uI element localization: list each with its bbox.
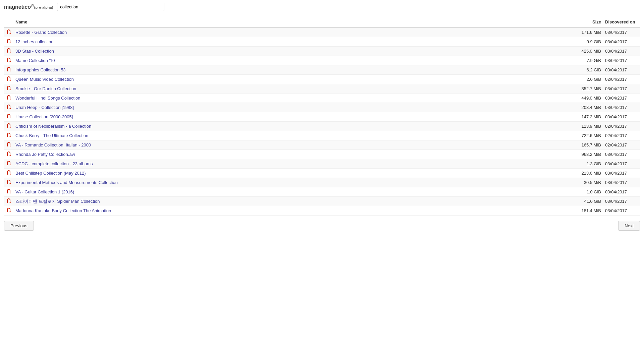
result-name-cell[interactable]: ACDC - complete collection - 23 albums bbox=[13, 159, 566, 169]
result-size-cell: 113.9 MiB bbox=[566, 122, 603, 131]
svg-rect-12 bbox=[7, 88, 8, 89]
result-name-cell[interactable]: Uriah Heep - Collection [1988] bbox=[13, 103, 566, 112]
result-size-cell: 722.6 MiB bbox=[566, 131, 603, 140]
svg-rect-9 bbox=[10, 69, 10, 71]
table-row: 12 inches collection9.9 GiB03/04/2017 bbox=[4, 37, 640, 47]
result-link[interactable]: Mame Collection '10 bbox=[15, 58, 55, 63]
result-link[interactable]: Madonna Kanjuku Body Collection The Anim… bbox=[15, 208, 111, 213]
table-row: Uriah Heep - Collection [1988]208.4 MiB0… bbox=[4, 103, 640, 112]
result-name-cell[interactable]: Mame Collection '10 bbox=[13, 56, 566, 65]
result-date-cell: 03/04/2017 bbox=[603, 47, 640, 56]
magnet-icon bbox=[6, 207, 11, 213]
result-link[interactable]: ACDC - complete collection - 23 albums bbox=[15, 161, 93, 166]
result-name-cell[interactable]: Infographics Collection 53 bbox=[13, 65, 566, 75]
result-link[interactable]: Criticism of Neoliberalism - a Collectio… bbox=[15, 124, 91, 129]
result-date-cell: 03/04/2017 bbox=[603, 206, 640, 216]
torrent-icon-cell bbox=[4, 159, 13, 169]
svg-rect-2 bbox=[7, 41, 8, 43]
svg-rect-1 bbox=[10, 32, 10, 33]
result-link[interactable]: 12 inches collection bbox=[15, 39, 53, 44]
result-link[interactable]: 스파이더맨 트릴로지 Spider Man Collection bbox=[15, 199, 100, 204]
torrent-icon-cell bbox=[4, 112, 13, 122]
result-name-cell[interactable]: House Collection [2000-2005] bbox=[13, 112, 566, 122]
svg-rect-35 bbox=[10, 191, 10, 193]
result-date-cell: 03/04/2017 bbox=[603, 56, 640, 65]
result-size-cell: 2.0 GiB bbox=[566, 75, 603, 84]
result-link[interactable]: Experimental Methods and Measurements Co… bbox=[15, 180, 118, 185]
result-date-cell: 03/04/2017 bbox=[603, 84, 640, 94]
magnet-icon bbox=[6, 85, 11, 91]
result-name-cell[interactable]: Experimental Methods and Measurements Co… bbox=[13, 178, 566, 187]
result-name-cell[interactable]: 3D Stas - Collection bbox=[13, 47, 566, 56]
result-name-cell[interactable]: Madonna Kanjuku Body Collection The Anim… bbox=[13, 206, 566, 216]
result-link[interactable]: Wonderful Hindi Songs Collection bbox=[15, 96, 80, 101]
result-size-cell: 9.9 GiB bbox=[566, 37, 603, 47]
result-name-cell[interactable]: Smokie - Our Danish Collection bbox=[13, 84, 566, 94]
result-link[interactable]: Chuck Berry - The Ultimate Collection bbox=[15, 133, 88, 138]
svg-rect-16 bbox=[7, 107, 8, 108]
previous-button[interactable]: Previous bbox=[4, 221, 34, 231]
table-row: Smokie - Our Danish Collection352.7 MiB0… bbox=[4, 84, 640, 94]
table-body: Roxette - Grand Collection171.6 MiB03/04… bbox=[4, 27, 640, 216]
magnet-icon bbox=[6, 76, 11, 81]
torrent-icon-cell bbox=[4, 131, 13, 140]
result-link[interactable]: Rhonda Jo Petty Collection.avi bbox=[15, 152, 75, 157]
magnet-icon bbox=[6, 95, 11, 100]
result-name-cell[interactable]: Chuck Berry - The Ultimate Collection bbox=[13, 131, 566, 140]
result-link[interactable]: Infographics Collection 53 bbox=[15, 67, 66, 72]
search-input[interactable] bbox=[57, 3, 164, 11]
magnet-icon bbox=[6, 179, 11, 185]
svg-rect-24 bbox=[7, 144, 8, 146]
svg-rect-3 bbox=[10, 41, 10, 43]
result-date-cell: 02/04/2017 bbox=[603, 122, 640, 131]
result-size-cell: 208.4 MiB bbox=[566, 103, 603, 112]
svg-rect-4 bbox=[7, 51, 8, 52]
torrent-icon-cell bbox=[4, 187, 13, 197]
result-link[interactable]: House Collection [2000-2005] bbox=[15, 114, 73, 119]
date-col-header: Discovered on bbox=[603, 17, 640, 27]
result-name-cell[interactable]: 스파이더맨 트릴로지 Spider Man Collection bbox=[13, 197, 566, 206]
pagination: Previous Next bbox=[4, 217, 640, 235]
torrent-icon-cell bbox=[4, 84, 13, 94]
result-date-cell: 03/04/2017 bbox=[603, 169, 640, 178]
name-col-header: Name bbox=[13, 17, 566, 27]
result-name-cell[interactable]: Wonderful Hindi Songs Collection bbox=[13, 94, 566, 103]
result-name-cell[interactable]: Roxette - Grand Collection bbox=[13, 27, 566, 37]
magnet-icon bbox=[6, 142, 11, 147]
result-name-cell[interactable]: 12 inches collection bbox=[13, 37, 566, 47]
svg-rect-21 bbox=[10, 126, 10, 127]
main-content: Name Size Discovered on Roxette - Grand … bbox=[0, 17, 644, 235]
result-name-cell[interactable]: VA - Guitar Collection 1 (2016) bbox=[13, 187, 566, 197]
svg-rect-17 bbox=[10, 107, 10, 108]
svg-rect-15 bbox=[10, 98, 10, 99]
svg-rect-38 bbox=[7, 210, 8, 212]
result-link[interactable]: VA - Romantic Collection. Italian - 2000 bbox=[15, 142, 91, 147]
result-size-cell: 30.5 MiB bbox=[566, 178, 603, 187]
result-date-cell: 02/04/2017 bbox=[603, 140, 640, 150]
result-link[interactable]: 3D Stas - Collection bbox=[15, 49, 54, 54]
svg-rect-18 bbox=[7, 116, 8, 118]
result-date-cell: 03/04/2017 bbox=[603, 37, 640, 47]
torrent-icon-cell bbox=[4, 103, 13, 112]
result-name-cell[interactable]: Criticism of Neoliberalism - a Collectio… bbox=[13, 122, 566, 131]
torrent-icon-cell bbox=[4, 56, 13, 65]
table-row: 스파이더맨 트릴로지 Spider Man Collection41.0 GiB… bbox=[4, 197, 640, 206]
result-name-cell[interactable]: VA - Romantic Collection. Italian - 2000 bbox=[13, 140, 566, 150]
svg-rect-8 bbox=[7, 69, 8, 71]
result-link[interactable]: Smokie - Our Danish Collection bbox=[15, 86, 76, 91]
result-name-cell[interactable]: Rhonda Jo Petty Collection.avi bbox=[13, 150, 566, 159]
magnet-icon bbox=[6, 198, 11, 203]
result-size-cell: 41.0 GiB bbox=[566, 197, 603, 206]
result-link[interactable]: Best Chillstep Collection (May 2012) bbox=[15, 171, 86, 176]
result-link[interactable]: Roxette - Grand Collection bbox=[15, 30, 67, 35]
result-name-cell[interactable]: Queen Music Video Collection bbox=[13, 75, 566, 84]
result-size-cell: 425.0 MiB bbox=[566, 47, 603, 56]
next-button[interactable]: Next bbox=[618, 221, 640, 231]
result-name-cell[interactable]: Best Chillstep Collection (May 2012) bbox=[13, 169, 566, 178]
result-date-cell: 03/04/2017 bbox=[603, 112, 640, 122]
table-row: House Collection [2000-2005]147.2 MiB03/… bbox=[4, 112, 640, 122]
result-link[interactable]: Uriah Heep - Collection [1988] bbox=[15, 105, 74, 110]
result-link[interactable]: Queen Music Video Collection bbox=[15, 77, 74, 82]
result-link[interactable]: VA - Guitar Collection 1 (2016) bbox=[15, 189, 74, 194]
svg-rect-37 bbox=[10, 201, 10, 202]
